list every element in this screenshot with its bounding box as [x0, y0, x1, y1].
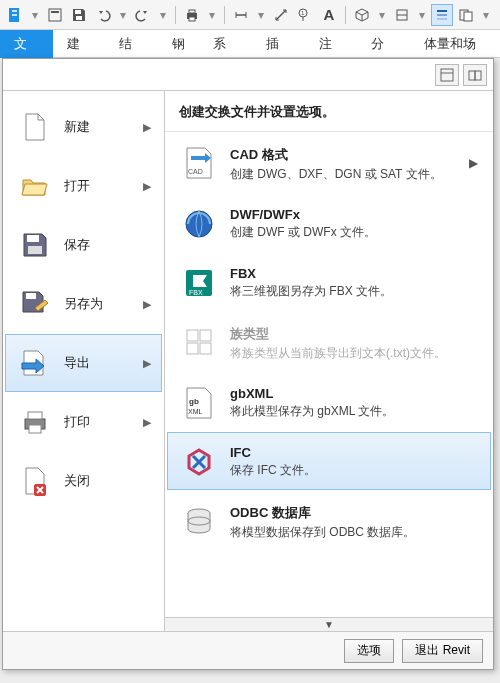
- menu-saveas[interactable]: 另存为 ▶: [5, 275, 162, 333]
- tab-annotate[interactable]: 注释: [305, 30, 358, 58]
- dropdown-icon[interactable]: ▾: [28, 4, 42, 26]
- svg-text:FBX: FBX: [189, 289, 203, 296]
- separator: [175, 6, 176, 24]
- export-desc: 保存 IFC 文件。: [230, 462, 478, 478]
- export-ifc[interactable]: IFC 保存 IFC 文件。: [167, 432, 491, 490]
- svg-rect-38: [200, 343, 211, 354]
- svg-rect-19: [464, 12, 472, 21]
- redo-icon[interactable]: [132, 4, 154, 26]
- export-title: FBX: [230, 266, 478, 281]
- export-dwf[interactable]: DWF/DWFx 创建 DWF 或 DWFx 文件。: [167, 194, 491, 252]
- thin-lines-icon[interactable]: [431, 4, 453, 26]
- export-title: CAD 格式: [230, 146, 455, 164]
- menu-label: 保存: [64, 236, 151, 254]
- svg-rect-1: [51, 11, 59, 13]
- open-icon[interactable]: [44, 4, 66, 26]
- svg-rect-24: [27, 235, 39, 242]
- menu-export[interactable]: 导出 ▶: [5, 334, 162, 392]
- menu-open[interactable]: 打开 ▶: [5, 157, 162, 215]
- scroll-down-button[interactable]: ▼: [165, 617, 493, 631]
- print-icon[interactable]: [181, 4, 203, 26]
- svg-text:1: 1: [301, 10, 305, 16]
- export-title: IFC: [230, 445, 478, 460]
- section-icon[interactable]: [391, 4, 413, 26]
- menu-label: 打印: [64, 413, 129, 431]
- export-title: 族类型: [230, 325, 478, 343]
- menu-label: 关闭: [64, 472, 151, 490]
- tag-icon[interactable]: 1: [294, 4, 316, 26]
- svg-text:gb: gb: [189, 397, 199, 406]
- tab-insert[interactable]: 插入: [252, 30, 305, 58]
- close-view-icon[interactable]: [455, 4, 477, 26]
- dimension-icon[interactable]: [270, 4, 292, 26]
- chevron-right-icon: ▶: [143, 357, 151, 370]
- tab-file[interactable]: 文件: [0, 30, 53, 58]
- undo-icon[interactable]: [92, 4, 114, 26]
- cad-icon: CAD: [182, 146, 216, 180]
- options-button[interactable]: 选项: [344, 639, 394, 663]
- menu-label: 另存为: [64, 295, 129, 313]
- menu-close[interactable]: 关闭: [5, 452, 162, 510]
- tab-steel[interactable]: 钢: [158, 30, 199, 58]
- svg-rect-6: [189, 17, 195, 21]
- menu-label: 新建: [64, 118, 129, 136]
- export-desc: 将此模型保存为 gbXML 文件。: [230, 403, 478, 419]
- export-cad[interactable]: CAD CAD 格式 创建 DWG、DXF、DGN 或 SAT 文件。 ▶: [167, 133, 491, 193]
- exit-revit-button[interactable]: 退出 Revit: [402, 639, 483, 663]
- ribbon-tabs: 文件 建筑 结构 钢 系统 插入 注释 分析 体量和场地: [0, 30, 500, 58]
- tab-analyze[interactable]: 分析: [357, 30, 410, 58]
- dropdown-icon[interactable]: ▾: [116, 4, 130, 26]
- revit-logo-icon[interactable]: [4, 4, 26, 26]
- measure-icon[interactable]: [230, 4, 252, 26]
- export-gbxml[interactable]: gbXML gbXML 将此模型保存为 gbXML 文件。: [167, 373, 491, 431]
- chevron-right-icon: ▶: [143, 416, 151, 429]
- dropdown-icon[interactable]: ▾: [205, 4, 219, 26]
- menu-save[interactable]: 保存: [5, 216, 162, 274]
- export-desc: 将三维视图另存为 FBX 文件。: [230, 283, 478, 299]
- chevron-right-icon: ▶: [143, 298, 151, 311]
- export-panel-title: 创建交换文件并设置选项。: [165, 91, 493, 132]
- export-title: gbXML: [230, 386, 478, 401]
- menu-label: 打开: [64, 177, 129, 195]
- svg-point-32: [186, 211, 212, 237]
- export-desc: 将族类型从当前族导出到文本(.txt)文件。: [230, 345, 478, 361]
- recent-docs-icon[interactable]: [435, 64, 459, 86]
- svg-rect-5: [189, 10, 195, 13]
- gbxml-icon: gbXML: [182, 386, 216, 420]
- export-desc: 创建 DWF 或 DWFx 文件。: [230, 224, 478, 240]
- menu-new[interactable]: 新建 ▶: [5, 98, 162, 156]
- tab-systems[interactable]: 系统: [199, 30, 252, 58]
- dropdown-icon[interactable]: ▾: [156, 4, 170, 26]
- text-icon[interactable]: A: [318, 4, 340, 26]
- svg-rect-28: [28, 412, 42, 419]
- save-icon[interactable]: [68, 4, 90, 26]
- svg-rect-23: [475, 71, 481, 80]
- menu-print[interactable]: 打印 ▶: [5, 393, 162, 451]
- export-odbc[interactable]: ODBC 数据库 将模型数据保存到 ODBC 数据库。: [167, 491, 491, 551]
- tab-structure[interactable]: 结构: [105, 30, 158, 58]
- new-file-icon: [20, 112, 50, 142]
- application-menu: 新建 ▶ 打开 ▶ 保存 另存为 ▶: [2, 58, 494, 670]
- svg-rect-36: [200, 330, 211, 341]
- chevron-right-icon: ▶: [143, 180, 151, 193]
- svg-rect-37: [187, 343, 198, 354]
- dropdown-icon[interactable]: ▾: [254, 4, 268, 26]
- fbx-icon: FBX: [182, 266, 216, 300]
- export-fbx[interactable]: FBX FBX 将三维视图另存为 FBX 文件。: [167, 253, 491, 311]
- open-docs-icon[interactable]: [463, 64, 487, 86]
- tab-architecture[interactable]: 建筑: [53, 30, 106, 58]
- appmenu-toolbar: [3, 59, 493, 91]
- dropdown-icon[interactable]: ▾: [415, 4, 429, 26]
- export-title: DWF/DWFx: [230, 207, 478, 222]
- svg-rect-20: [441, 69, 453, 81]
- save-disk-icon: [20, 230, 50, 260]
- tab-massing[interactable]: 体量和场地: [410, 30, 500, 58]
- export-icon: [20, 348, 50, 378]
- export-desc: 将模型数据保存到 ODBC 数据库。: [230, 524, 478, 540]
- 3d-view-icon[interactable]: [351, 4, 373, 26]
- menu-label: 导出: [64, 354, 129, 372]
- separator: [224, 6, 225, 24]
- open-folder-icon: [20, 171, 50, 201]
- dropdown-icon[interactable]: ▾: [479, 4, 493, 26]
- dropdown-icon[interactable]: ▾: [375, 4, 389, 26]
